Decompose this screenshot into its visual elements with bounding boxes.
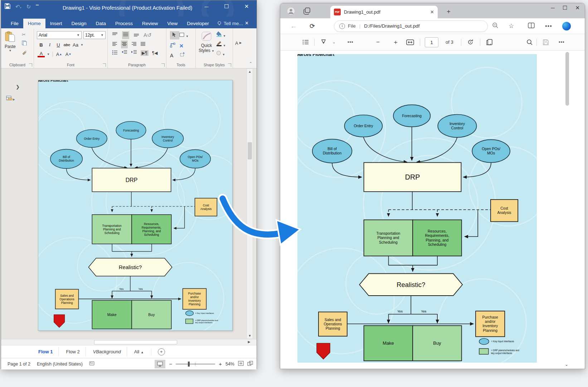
- connector-tool-icon[interactable]: [170, 42, 179, 49]
- align-center-icon[interactable]: [121, 40, 128, 48]
- font-name-combo[interactable]: Arial▼: [37, 31, 82, 39]
- quick-styles-button[interactable]: QuickStyles ▼: [199, 31, 214, 53]
- node-drp[interactable]: DRP: [92, 168, 171, 192]
- clear-formatting-icon[interactable]: A↺: [144, 32, 152, 38]
- zoom-slider-thumb[interactable]: [188, 362, 190, 367]
- line-color-icon[interactable]: ▼: [216, 41, 226, 48]
- node-resources-requirements[interactable]: Resources,Requirements,Planning, andSche…: [132, 215, 171, 244]
- node-open-pos-mos[interactable]: Open POs/MOs: [180, 149, 211, 168]
- red-arrow-shape[interactable]: [54, 315, 65, 328]
- address-pill[interactable]: i File | D:/Files/Drawing1_out.pdf: [334, 20, 488, 32]
- align-right-icon[interactable]: [131, 41, 137, 48]
- bullets-icon[interactable]: [112, 50, 118, 56]
- new-tab-button[interactable]: ＋: [446, 7, 452, 15]
- page-info-icon[interactable]: i: [339, 23, 345, 29]
- save-pdf-icon[interactable]: [543, 39, 549, 45]
- page-view-icon[interactable]: [486, 39, 494, 45]
- node-sales-operations-planning[interactable]: Sales andOperationsPlanning: [55, 289, 79, 309]
- tell-me-box[interactable]: Tell me...: [214, 19, 247, 28]
- node-buy[interactable]: Buy: [132, 300, 171, 329]
- browser-tab[interactable]: PDF Drawing1_out.pdf ✕: [330, 6, 438, 18]
- rectangle-tool-icon[interactable]: ▼: [179, 32, 191, 39]
- vertical-scrollbar[interactable]: ▲ ▼: [247, 68, 253, 339]
- scroll-down-icon[interactable]: ▼: [247, 334, 253, 338]
- zoom-out-button[interactable]: −: [169, 361, 172, 367]
- font-size-combo[interactable]: 12pt.▼: [83, 31, 106, 39]
- grow-font-button[interactable]: A▲: [55, 51, 63, 58]
- sheet-tab-all[interactable]: All ▲: [128, 347, 150, 357]
- font-color-button[interactable]: A: [38, 51, 45, 57]
- refresh-icon[interactable]: ⟳: [310, 22, 315, 30]
- rotate-icon[interactable]: [467, 39, 474, 46]
- tab-insert[interactable]: Insert: [45, 19, 67, 28]
- visio-close-button[interactable]: ✕: [237, 0, 257, 13]
- justify-icon[interactable]: [140, 41, 146, 48]
- tab-data[interactable]: Data: [91, 19, 111, 28]
- tab-home[interactable]: Home: [23, 19, 45, 28]
- pdf-content-area[interactable]: Distribution Resources Flowchart6/1/00Or…: [280, 51, 585, 369]
- node-order-entry[interactable]: Order Entry: [76, 130, 107, 148]
- collapse-ribbon-icon[interactable]: ⌃: [249, 61, 252, 66]
- copilot-icon[interactable]: [562, 22, 571, 30]
- rtl-paragraph-icon[interactable]: ¶◀: [152, 51, 158, 56]
- tab-view[interactable]: View: [162, 19, 182, 28]
- visio-canvas[interactable]: ❯ Distribution Resources Flowchart6/1/00…: [1, 68, 257, 339]
- decrease-indent-icon[interactable]: [121, 50, 127, 56]
- align-bottom-icon[interactable]: [133, 32, 139, 38]
- highlighter-caret-icon[interactable]: ⌄: [332, 40, 335, 44]
- node-purchase-inventory-planning[interactable]: Purchaseand/orInventoryPlanning: [183, 288, 206, 309]
- horizontal-scrollbar[interactable]: ◀ ▶: [1, 339, 257, 345]
- zoom-level[interactable]: 54%: [225, 362, 234, 367]
- fit-page-icon[interactable]: [238, 361, 244, 367]
- connector[interactable]: [173, 168, 195, 180]
- sheet-tab-vbackground[interactable]: VBackground: [87, 347, 127, 357]
- tab-design[interactable]: Design: [67, 19, 91, 28]
- customize-qat-icon[interactable]: ▔: [36, 5, 39, 9]
- undo-icon[interactable]: ↶▾: [15, 4, 21, 10]
- drawing-page[interactable]: Distribution Resources Flowchart6/1/00Or…: [38, 80, 233, 331]
- split-screen-icon[interactable]: [528, 23, 535, 30]
- address-url[interactable]: D:/Files/Drawing1_out.pdf: [364, 23, 419, 29]
- scroll-right-icon[interactable]: ▶: [242, 340, 257, 344]
- macro-record-icon[interactable]: [89, 361, 95, 367]
- title-block[interactable]: Distribution Resources Flowchart6/1/00: [38, 80, 68, 82]
- paste-button[interactable]: Paste ▼: [5, 31, 16, 52]
- edge-maximize-button[interactable]: ☐: [563, 5, 567, 11]
- connector[interactable]: [92, 147, 127, 168]
- settings-more-icon[interactable]: •••: [545, 23, 552, 29]
- scroll-up-icon[interactable]: ▲: [247, 70, 253, 73]
- edge-close-button[interactable]: ✕: [575, 5, 580, 11]
- copy-icon[interactable]: [22, 40, 27, 47]
- shapes-panel-icon[interactable]: [6, 96, 15, 104]
- paragraph-dialog-launcher[interactable]: [161, 63, 165, 67]
- format-painter-icon[interactable]: [22, 50, 27, 57]
- tab-close-icon[interactable]: ✕: [430, 9, 434, 15]
- pdf-zoom-out-icon[interactable]: −: [376, 39, 380, 46]
- node-realistic[interactable]: Realistic?: [88, 258, 172, 276]
- strikethrough-button[interactable]: abe: [63, 41, 71, 48]
- change-case-button[interactable]: Aa: [72, 41, 79, 48]
- connector[interactable]: [174, 206, 185, 228]
- node-inventory-control[interactable]: InventoryControl: [152, 129, 184, 148]
- fit-width-icon[interactable]: [406, 39, 414, 46]
- text-tool-icon[interactable]: A: [170, 53, 179, 58]
- sheet-tab-flow2[interactable]: Flow 2: [60, 347, 86, 357]
- align-top-icon[interactable]: [112, 32, 118, 38]
- tab-file[interactable]: File: [6, 19, 23, 28]
- sheet-tab-flow1[interactable]: Flow 1: [33, 347, 59, 357]
- zoom-out-page-icon[interactable]: [492, 22, 499, 30]
- profile-avatar[interactable]: [287, 7, 295, 17]
- status-page-indicator[interactable]: Page 1 of 2: [8, 362, 30, 367]
- status-language[interactable]: English (United States): [37, 362, 83, 367]
- pdf-scroll-thumb[interactable]: [565, 52, 569, 106]
- back-icon[interactable]: ←: [290, 22, 297, 30]
- connection-point-icon[interactable]: ✕: [179, 43, 191, 49]
- node-bill-of-distribution[interactable]: Bill ofDistribution: [50, 149, 83, 168]
- visio-maximize-button[interactable]: ☐: [217, 0, 237, 13]
- page-number-input[interactable]: [425, 37, 438, 47]
- tab-process[interactable]: Process: [111, 19, 137, 28]
- node-make[interactable]: Make: [92, 300, 132, 329]
- italic-button[interactable]: I: [46, 41, 53, 48]
- save-icon[interactable]: [5, 3, 10, 10]
- font-dialog-launcher[interactable]: [103, 63, 106, 67]
